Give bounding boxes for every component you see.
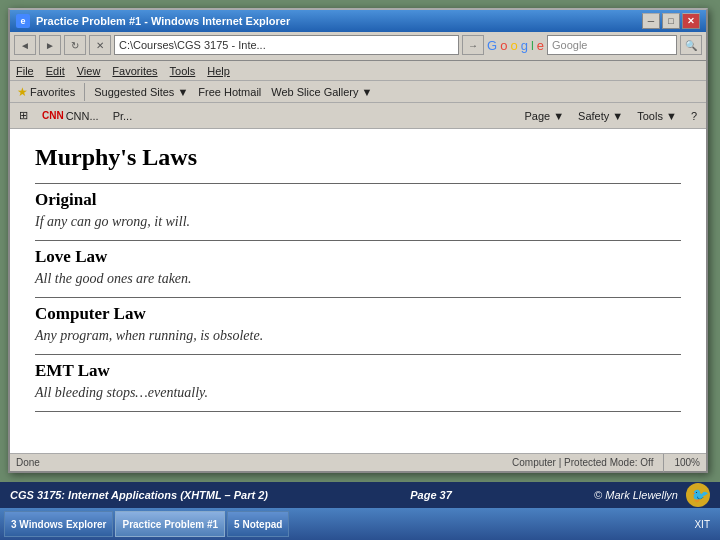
grid-button[interactable]: ⊞ bbox=[14, 105, 33, 127]
footer-bar: CGS 3175: Internet Applications (XHTML –… bbox=[0, 482, 720, 508]
section-heading-2: Computer Law bbox=[35, 304, 681, 324]
taskbar-notepad-label: 5 Notepad bbox=[234, 519, 282, 530]
window-title: Practice Problem #1 - Windows Internet E… bbox=[36, 15, 290, 27]
separator1 bbox=[84, 83, 85, 101]
tools-label: Tools ▼ bbox=[637, 110, 677, 122]
suggested-sites-label: Suggested Sites ▼ bbox=[94, 86, 188, 98]
taskbar-practice-label: Practice Problem #1 bbox=[122, 519, 218, 530]
status-separator bbox=[663, 454, 664, 472]
favorites-label: Favorites bbox=[30, 86, 75, 98]
footer-right: © Mark Llewellyn 🐦 bbox=[594, 483, 710, 507]
google-g2: g bbox=[521, 38, 528, 53]
title-bar: e Practice Problem #1 - Windows Internet… bbox=[10, 10, 706, 32]
google-o1: o bbox=[500, 38, 507, 53]
footer-page: Page 37 bbox=[410, 489, 452, 501]
pr-button[interactable]: Pr... bbox=[108, 105, 138, 127]
google-bar: Google bbox=[487, 38, 544, 53]
menu-bar: File Edit View Favorites Tools Help bbox=[10, 61, 706, 81]
section-heading-0: Original bbox=[35, 190, 681, 210]
google-l: l bbox=[531, 38, 534, 53]
web-slice-button[interactable]: Web Slice Gallery ▼ bbox=[268, 86, 375, 98]
menu-edit[interactable]: Edit bbox=[46, 65, 65, 77]
section-heading-3: EMT Law bbox=[35, 361, 681, 381]
divider-0 bbox=[35, 183, 681, 184]
star-icon: ★ bbox=[17, 85, 28, 99]
google-e: e bbox=[537, 38, 544, 53]
taskbar-explorer-label: 3 Windows Explorer bbox=[11, 519, 106, 530]
search-text: Google bbox=[552, 39, 587, 51]
footer-copyright: © Mark Llewellyn bbox=[594, 489, 678, 501]
divider-end bbox=[35, 411, 681, 412]
free-hotmail-label: Free Hotmail bbox=[198, 86, 261, 98]
section-heading-1: Love Law bbox=[35, 247, 681, 267]
back-button[interactable]: ◄ bbox=[14, 35, 36, 55]
menu-help[interactable]: Help bbox=[207, 65, 230, 77]
search-input[interactable]: Google bbox=[547, 35, 677, 55]
menu-favorites[interactable]: Favorites bbox=[112, 65, 157, 77]
menu-tools[interactable]: Tools bbox=[170, 65, 196, 77]
divider-3 bbox=[35, 354, 681, 355]
taskbar-item-notepad[interactable]: 5 Notepad bbox=[227, 511, 289, 537]
status-text: Done bbox=[16, 457, 40, 468]
help-icon-button[interactable]: ? bbox=[686, 105, 702, 127]
favorites-button[interactable]: ★ Favorites bbox=[14, 85, 78, 99]
section-text-2: Any program, when running, is obsolete. bbox=[35, 328, 681, 344]
address-text: C:\Courses\CGS 3175 - Inte... bbox=[119, 39, 266, 51]
status-bar: Done Computer | Protected Mode: Off 100% bbox=[10, 453, 706, 471]
page-label: Page ▼ bbox=[524, 110, 564, 122]
address-bar-area: ◄ ► ↻ ✕ C:\Courses\CGS 3175 - Inte... → … bbox=[10, 32, 706, 61]
divider-2 bbox=[35, 297, 681, 298]
address-input[interactable]: C:\Courses\CGS 3175 - Inte... bbox=[114, 35, 459, 55]
taskbar-time: XIT bbox=[688, 519, 716, 530]
pr-label: Pr... bbox=[113, 110, 133, 122]
web-slice-label: Web Slice Gallery ▼ bbox=[271, 86, 372, 98]
ie-icon: e bbox=[16, 14, 30, 28]
maximize-button[interactable]: □ bbox=[662, 13, 680, 29]
title-bar-left: e Practice Problem #1 - Windows Internet… bbox=[16, 14, 290, 28]
bird-icon: 🐦 bbox=[686, 483, 710, 507]
google-o2: o bbox=[510, 38, 517, 53]
taskbar: 3 Windows Explorer Practice Problem #1 5… bbox=[0, 508, 720, 540]
cnn-label: CNN... bbox=[66, 110, 99, 122]
status-right: Computer | Protected Mode: Off bbox=[512, 457, 653, 468]
google-g: G bbox=[487, 38, 497, 53]
browser-window: e Practice Problem #1 - Windows Internet… bbox=[8, 8, 708, 473]
suggested-sites-button[interactable]: Suggested Sites ▼ bbox=[91, 86, 191, 98]
content-area: Murphy's Laws Original If any can go wro… bbox=[10, 129, 706, 453]
page-button[interactable]: Page ▼ bbox=[519, 105, 569, 127]
page-title: Murphy's Laws bbox=[35, 144, 681, 171]
forward-button[interactable]: ► bbox=[39, 35, 61, 55]
tools-button[interactable]: Tools ▼ bbox=[632, 105, 682, 127]
zoom-level: 100% bbox=[674, 457, 700, 468]
cnn-button[interactable]: CNN CNN... bbox=[37, 105, 104, 127]
safety-button[interactable]: Safety ▼ bbox=[573, 105, 628, 127]
footer-course: CGS 3175: Internet Applications (XHTML –… bbox=[10, 489, 268, 501]
search-button[interactable]: 🔍 bbox=[680, 35, 702, 55]
safety-label: Safety ▼ bbox=[578, 110, 623, 122]
free-hotmail-button[interactable]: Free Hotmail bbox=[195, 86, 264, 98]
taskbar-item-practice[interactable]: Practice Problem #1 bbox=[115, 511, 225, 537]
title-controls: ─ □ ✕ bbox=[642, 13, 700, 29]
nav-row: ◄ ► ↻ ✕ C:\Courses\CGS 3175 - Inte... → … bbox=[14, 34, 702, 56]
menu-view[interactable]: View bbox=[77, 65, 101, 77]
favorites-bar: ★ Favorites Suggested Sites ▼ Free Hotma… bbox=[10, 81, 706, 103]
stop-button[interactable]: ✕ bbox=[89, 35, 111, 55]
section-text-0: If any can go wrong, it will. bbox=[35, 214, 681, 230]
second-toolbar: ⊞ CNN CNN... Pr... Page ▼ Safety ▼ Tools… bbox=[10, 103, 706, 129]
go-button[interactable]: → bbox=[462, 35, 484, 55]
minimize-button[interactable]: ─ bbox=[642, 13, 660, 29]
taskbar-item-explorer[interactable]: 3 Windows Explorer bbox=[4, 511, 113, 537]
section-text-1: All the good ones are taken. bbox=[35, 271, 681, 287]
divider-1 bbox=[35, 240, 681, 241]
menu-file[interactable]: File bbox=[16, 65, 34, 77]
close-button[interactable]: ✕ bbox=[682, 13, 700, 29]
section-text-3: All bleeding stops…eventually. bbox=[35, 385, 681, 401]
refresh-button[interactable]: ↻ bbox=[64, 35, 86, 55]
